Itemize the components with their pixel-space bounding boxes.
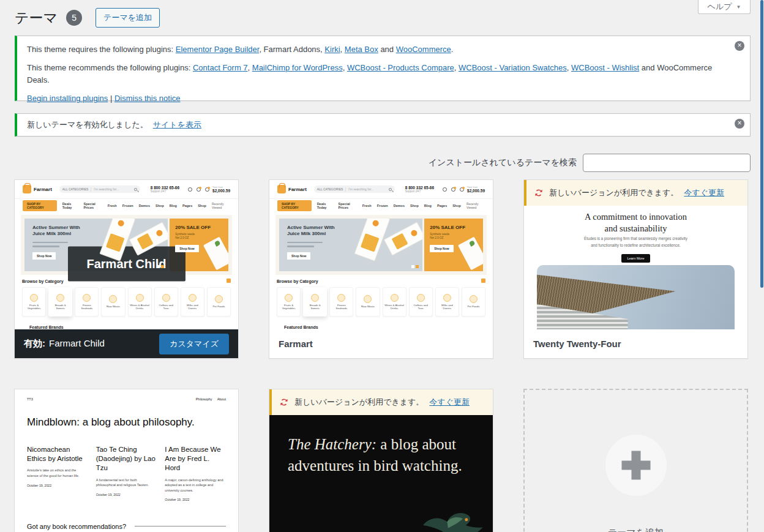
- theme-screenshot[interactable]: Farmart ALL CATEGORIES I'm searching for…: [269, 180, 493, 331]
- hero-pagination-dots: [157, 265, 164, 268]
- category-tile: Fruits & Vegetables: [22, 287, 46, 317]
- link-wcboost-wishlist[interactable]: WCBoost - Wishlist: [571, 63, 639, 72]
- view-site-link[interactable]: サイトを表示: [153, 119, 201, 130]
- category-icon: [337, 294, 345, 302]
- farmart-phone-block: 8 800 332 65-66 Support 24/7: [151, 185, 179, 193]
- farmart-preview-header: Farmart ALL CATEGORIES I'm searching for…: [15, 180, 238, 198]
- link-mailchimp[interactable]: MailChimp for WordPress: [252, 63, 343, 72]
- link-woocommerce[interactable]: WooCommerce: [396, 45, 451, 54]
- tt3-post: I Am Because We Are by Fred L. Hord A ma…: [165, 445, 226, 501]
- farmart-shop-by-category-button: SHOP BY CATEGORY: [23, 200, 57, 211]
- theme-search-label: インストールされているテーマを検索: [429, 157, 577, 168]
- theme-screenshot[interactable]: TT3 Philosophy About Mindblown: a blog a…: [15, 389, 238, 532]
- help-tab[interactable]: ヘルプ ▼: [698, 0, 751, 14]
- farmart-brand: Farmart: [288, 187, 307, 192]
- category-tile: Coffees and Teas: [154, 287, 178, 317]
- category-icon: [109, 295, 117, 303]
- divider: [91, 187, 91, 192]
- wishlist-icon: [197, 187, 201, 192]
- theme-card-twenty-twenty-four[interactable]: 新しいバージョンが利用できます。 今すぐ更新 A commitment to i…: [523, 179, 748, 359]
- help-label: ヘルプ: [708, 1, 732, 12]
- farmart-hero-shop-button: Shop Now: [32, 252, 56, 260]
- account-icon: [188, 187, 192, 192]
- tt4-heading: A commitment to innovationand sustainabi…: [524, 211, 747, 234]
- farmart-phone-block: 8 800 332 65-66 Support 24/7: [405, 185, 434, 193]
- farmart-sale-title: 20% SALE OFF: [430, 225, 483, 230]
- farmart-featured-heading: Featured Brands: [29, 325, 223, 329]
- category-icon: [136, 294, 144, 302]
- hero-text-bar: [32, 245, 59, 247]
- plugin-notice-actions: Begin installing plugins | Dismiss this …: [27, 92, 723, 105]
- farmart-nav-bar: SHOP BY CATEGORY Deals Today Special Pri…: [269, 198, 493, 212]
- category-tile: Milks and Dairies: [435, 287, 459, 317]
- recommended-plugins-line: This theme recommends the following plug…: [27, 62, 723, 86]
- category-tile: Frozen Seafoods: [329, 287, 353, 317]
- farmart-hero-section: Active Summer With Juice Milk 300ml Shop…: [275, 215, 487, 275]
- farmart-brand: Farmart: [34, 187, 52, 192]
- customize-button[interactable]: カスタマイズ: [159, 334, 229, 354]
- farmart-nav-item: Shop: [198, 204, 206, 208]
- add-new-theme-card[interactable]: テーマを追加: [523, 389, 748, 532]
- category-tile: Wines & Alcohol Drinks: [128, 287, 152, 317]
- theme-card-farmart[interactable]: Farmart ALL CATEGORIES I'm searching for…: [269, 179, 493, 359]
- plus-icon: [605, 435, 667, 496]
- farmart-sale-title: 20% SALE OFF: [175, 225, 228, 230]
- search-icon: [389, 188, 392, 191]
- farmart-nav-item: Demos: [139, 204, 150, 208]
- theme-update-notice: 新しいバージョンが利用できます。 今すぐ更新: [524, 180, 747, 206]
- farmart-logo-icon: [23, 185, 31, 193]
- theme-search-input[interactable]: [583, 154, 751, 172]
- tt3-nav: Philosophy About: [196, 397, 226, 401]
- theme-card-tt2[interactable]: 新しいバージョンが利用できます。 今すぐ更新 The Hatchery: a b…: [269, 389, 493, 532]
- page-title: テーマ: [15, 9, 58, 28]
- link-wcboost-swatches[interactable]: WCBoost - Variation Swatches: [459, 63, 567, 72]
- farmart-hero-title: Active Summer With Juice Milk 300ml: [287, 225, 343, 238]
- update-now-link[interactable]: 今すぐ更新: [684, 187, 724, 198]
- farmart-featured-heading: Featured Brands: [284, 325, 478, 329]
- farmart-search-bar: ALL CATEGORIES I'm searching for...: [314, 185, 395, 193]
- update-icon: [279, 397, 289, 407]
- theme-screenshot[interactable]: The Hatchery: a blog about adventures in…: [269, 415, 493, 532]
- category-icon: [311, 294, 319, 302]
- tt3-question: Got any book recommendations?: [27, 523, 126, 530]
- divider: [345, 187, 346, 192]
- link-contact-form-7[interactable]: Contact Form 7: [193, 63, 248, 72]
- category-tile: Milks and Dairies: [181, 287, 204, 317]
- dismiss-notice-link[interactable]: Dismiss this notice: [114, 94, 181, 103]
- link-wcboost-compare[interactable]: WCBoost - Products Compare: [347, 63, 454, 72]
- add-theme-button[interactable]: テーマを追加: [96, 8, 160, 28]
- farmart-phone-sub: Support 24/7: [405, 190, 434, 193]
- theme-screenshot[interactable]: A commitment to innovationand sustainabi…: [524, 206, 747, 331]
- category-icon: [189, 294, 197, 302]
- farmart-nav-item: Shop: [452, 204, 461, 208]
- farmart-theme-screenshot: Farmart ALL CATEGORIES I'm searching for…: [269, 180, 493, 331]
- carousel-arrow-icon: [481, 279, 485, 283]
- dismiss-icon[interactable]: ×: [735, 41, 744, 51]
- category-tile: Frozen Seafoods: [75, 287, 99, 317]
- farmart-sale-line: Synthetic seeds: [430, 233, 483, 236]
- farmart-hero-banner: Active Summer With Juice Milk 300ml Shop…: [279, 219, 422, 271]
- update-now-link[interactable]: 今すぐ更新: [429, 397, 470, 408]
- link-kirki[interactable]: Kirki: [324, 45, 340, 54]
- themes-grid: Farmart ALL CATEGORIES I'm searching for…: [14, 179, 748, 532]
- theme-card-farmart-child[interactable]: Farmart ALL CATEGORIES I'm searching for…: [14, 179, 239, 359]
- hero-text-bar: [32, 242, 68, 244]
- farmart-browse-section: Browse by Category Fruits & Vegetables B…: [269, 275, 493, 329]
- dismiss-icon[interactable]: ×: [735, 119, 744, 129]
- farmart-nav-item: Frozen: [122, 204, 133, 208]
- active-theme-name: 有効:Farmart Child: [24, 338, 105, 350]
- theme-card-tt3[interactable]: TT3 Philosophy About Mindblown: a blog a…: [14, 389, 239, 532]
- category-icon: [364, 295, 372, 303]
- theme-overlay-name: Farmart Child: [67, 247, 185, 282]
- scrollbar-thumb[interactable]: [760, 0, 763, 288]
- category-tile: Breads & Sweets: [48, 287, 72, 317]
- farmart-nav-item: Special Prices: [338, 202, 356, 209]
- farmart-nav-item: Deals Today: [317, 202, 333, 209]
- link-meta-box[interactable]: Meta Box: [345, 45, 378, 54]
- farmart-search-categories: ALL CATEGORIES: [317, 187, 343, 191]
- farmart-header-icons: [443, 187, 464, 192]
- begin-installing-plugins-link[interactable]: Begin installing plugins: [27, 94, 108, 103]
- farmart-nav-item: Fresh: [108, 204, 117, 208]
- link-elementor[interactable]: Elementor Page Builder: [176, 45, 260, 54]
- farmart-preview-header: Farmart ALL CATEGORIES I'm searching for…: [269, 180, 493, 198]
